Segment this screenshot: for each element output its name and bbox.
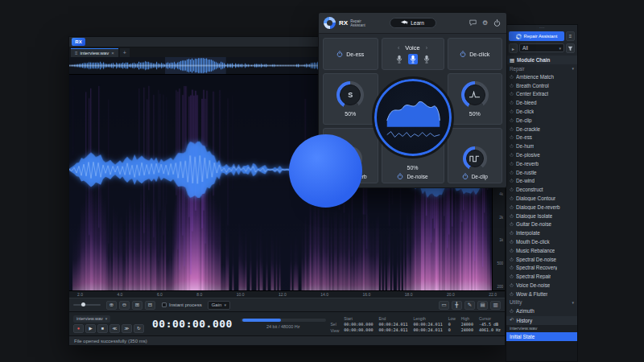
gain-dropdown[interactable]: Gain ▾ [208,301,230,310]
stop-button[interactable]: ■ [97,324,108,333]
move-tool-icon[interactable]: ╋ [452,301,462,310]
de-ess-module[interactable]: De-ess [323,38,378,70]
history-item[interactable]: Initial State [506,332,577,341]
loop-button[interactable]: ↻ [134,324,144,333]
mic-dialogue-icon[interactable] [394,54,404,64]
voice-module[interactable]: ‹ Voice › [382,38,444,70]
power-icon[interactable] [493,19,502,27]
module-item[interactable]: De-wind [506,177,577,186]
tab-close-icon[interactable]: × [111,51,114,56]
module-power-icon[interactable] [510,171,514,175]
knob-ring[interactable] [461,81,489,109]
module-power-icon[interactable] [510,153,514,157]
monitor-level-slider[interactable] [73,304,101,306]
zoom-in-h-icon[interactable]: ⊕ [106,301,117,310]
filter-icon[interactable] [566,43,575,53]
record-button[interactable]: ● [73,324,84,333]
module-item[interactable]: De-clip [506,116,577,125]
module-power-icon[interactable] [510,101,514,105]
module-power-icon[interactable] [510,92,514,96]
module-item[interactable]: De-hum [506,142,577,150]
module-power-icon[interactable] [510,144,514,148]
module-item[interactable]: De-reverb [506,159,577,168]
mic-voice-icon[interactable] [408,54,418,64]
section-utility[interactable]: Utility ▾ [506,298,577,306]
module-item[interactable]: Dialogue De-reverb [506,203,577,212]
module-power-icon[interactable] [510,222,514,226]
power-icon[interactable] [397,173,403,179]
module-item[interactable]: De-plosive [506,150,577,159]
panel-grip[interactable]: ⋯ [506,25,577,31]
module-chain-header[interactable]: ▤ Module Chain [506,56,577,64]
module-item[interactable]: Spectral Repair [506,272,577,281]
mic-sing-icon[interactable] [422,54,431,64]
module-item[interactable]: De-bleed [506,98,577,107]
module-power-icon[interactable] [510,309,514,313]
module-power-icon[interactable] [510,84,514,88]
module-power-icon[interactable] [510,109,514,113]
module-item[interactable]: De-rustle [506,168,577,177]
zoom-out-h-icon[interactable]: ⊖ [119,301,130,310]
settings-gear-icon[interactable]: ⚙ [481,19,489,27]
timeline-scrollbar[interactable] [241,319,326,322]
category-filter-dropdown[interactable]: All ▾ [519,43,564,52]
spectrogram-view-icon[interactable]: ▥ [490,301,501,310]
instant-process-checkbox[interactable] [162,302,167,307]
de-click-module[interactable]: De-click [448,38,503,70]
de-click-amount-knob[interactable]: 50% [448,73,503,125]
brush-tool-icon[interactable]: ✎ [464,301,475,310]
module-power-icon[interactable] [510,118,514,122]
feedback-icon[interactable] [469,19,477,27]
module-power-icon[interactable] [510,162,514,166]
module-item[interactable]: De-crackle [506,125,577,134]
module-item[interactable]: Spectral De-noise [506,255,577,264]
module-item[interactable]: De-click [506,107,577,116]
scrollbar-thumb[interactable] [242,319,281,322]
knob-ring[interactable]: S [336,81,364,109]
module-power-icon[interactable] [510,214,514,218]
module-power-icon[interactable] [510,75,514,79]
module-power-icon[interactable] [510,187,514,191]
module-power-icon[interactable] [510,179,514,183]
module-item[interactable]: Ambience Match [506,72,577,81]
slider-thumb[interactable] [81,302,85,306]
file-selector[interactable]: interview.wav ▾ [73,315,110,323]
zoom-out-v-icon[interactable]: ⊟ [145,301,155,310]
module-item[interactable]: Deconstruct [506,185,577,194]
module-power-icon[interactable] [510,196,514,200]
module-item[interactable]: Wow & Flutter [506,290,577,298]
de-clip-module[interactable]: De-clip [448,128,503,183]
forward-button[interactable]: ≫ [122,324,132,333]
module-power-icon[interactable] [510,240,514,244]
module-item[interactable]: Mouth De-click [506,237,577,246]
instant-process-toggle[interactable]: Instant process [162,302,202,307]
module-power-icon[interactable] [510,249,514,253]
module-item[interactable]: Breath Control [506,81,577,90]
preview-icon[interactable]: ▸ [509,43,518,53]
module-item[interactable]: Interpolate [506,228,577,237]
new-tab-button[interactable]: + [120,48,130,57]
panel-menu-icon[interactable]: ≡ [566,31,575,41]
module-item[interactable]: Dialogue Isolate [506,212,577,220]
module-item[interactable]: Voice De-noise [506,281,577,290]
tab-menu-icon[interactable]: ≡ [75,51,78,56]
play-button[interactable]: ▶ [85,324,96,333]
power-icon[interactable] [462,173,469,179]
module-power-icon[interactable] [510,127,514,131]
module-item[interactable]: Center Extract [506,90,577,99]
power-icon[interactable] [460,51,466,57]
module-power-icon[interactable] [510,205,514,209]
tab-interview-wav[interactable]: ≡ interview.wav × [71,48,118,57]
voice-next-icon[interactable]: › [426,45,427,51]
module-item[interactable]: De-ess [506,134,577,142]
waveform-view-icon[interactable]: ▤ [477,301,488,310]
voice-prev-icon[interactable]: ‹ [398,45,399,51]
de-ess-amount-knob[interactable]: S 50% [323,73,378,125]
section-repair[interactable]: Repair ▾ [506,64,577,72]
rewind-button[interactable]: ≪ [109,324,120,333]
module-item[interactable]: Spectral Recovery [506,264,577,273]
module-power-icon[interactable] [510,265,514,269]
undo-icon[interactable]: ↶ [510,317,514,323]
module-power-icon[interactable] [510,292,514,296]
knob-ring[interactable] [463,146,487,171]
